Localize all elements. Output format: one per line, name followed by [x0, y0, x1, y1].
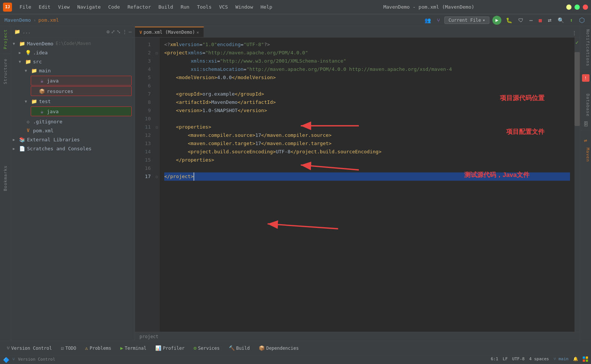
- git-status[interactable]: ⑂: [12, 357, 15, 363]
- line-num-8: 8: [135, 98, 151, 106]
- code-line-9: <version>1.0-SNAPSHOT</version>: [164, 106, 570, 115]
- breadcrumb-project[interactable]: MavenDemo: [4, 17, 31, 23]
- menu-code[interactable]: Code: [105, 3, 123, 10]
- bottom-tab-terminal[interactable]: ▶ Terminal: [117, 344, 150, 352]
- menu-help[interactable]: Help: [258, 3, 275, 10]
- bottom-tab-dependencies[interactable]: 📦 Dependencies: [255, 344, 303, 352]
- run-selector-arrow: ▾: [483, 18, 485, 23]
- bottom-tab-profiler[interactable]: 📊 Profiler: [152, 344, 188, 352]
- tree-item-ext-libs[interactable]: ▶ 📚 External Libraries: [11, 135, 135, 144]
- close-button[interactable]: [583, 4, 588, 10]
- editor-tabs: V pom.xml (MavenDemo) ✕ ⋮: [135, 26, 580, 37]
- line-numbers: 1 2 3 4 5 6 7 8 9 10 11 12 13 14 15 16 1…: [135, 37, 154, 332]
- git-icon[interactable]: ⑂: [435, 16, 441, 24]
- tree-item-test[interactable]: ▼ 📁 test: [11, 97, 135, 106]
- database-label[interactable]: Database: [580, 91, 591, 120]
- scroll-thumb[interactable]: [574, 52, 580, 126]
- menu-view[interactable]: View: [55, 3, 73, 10]
- line-ending[interactable]: LF: [503, 357, 508, 363]
- tree-item-resources[interactable]: 📦 resources: [31, 87, 131, 96]
- line-num-17: 17: [135, 172, 151, 181]
- resources-icon: 📦: [39, 88, 45, 94]
- code-content[interactable]: <?xml version="1.0" encoding="UTF-8"?> <…: [160, 37, 574, 332]
- svg-rect-7: [586, 360, 588, 362]
- tree-item-src[interactable]: ▼ 📁 src: [11, 57, 135, 66]
- indent-info[interactable]: 4 spaces: [529, 357, 549, 363]
- tab-close-icon[interactable]: ✕: [196, 30, 199, 35]
- search-everywhere[interactable]: 🔍: [556, 16, 566, 24]
- bottom-tab-version-control[interactable]: ⑂ Version Control: [3, 344, 56, 352]
- tree-item-main[interactable]: ▼ 📁 main: [11, 66, 135, 75]
- arrow-icon: ▼: [25, 99, 31, 103]
- menu-run[interactable]: Run: [178, 3, 192, 10]
- translate-icon[interactable]: ⇄: [546, 16, 553, 24]
- cursor-position[interactable]: 6:1: [491, 357, 498, 363]
- maven-icon[interactable]: ⇌: [580, 136, 591, 145]
- breadcrumb-file[interactable]: pom.xml: [38, 17, 59, 23]
- tab-actions[interactable]: ⋮: [569, 28, 580, 37]
- run-button[interactable]: ▶: [492, 16, 501, 25]
- bookmarks-panel-label[interactable]: Bookmarks: [2, 162, 9, 194]
- status-right: 6:1 LF UTF-8 4 spaces ⑂ main 🔔: [491, 357, 588, 363]
- tab-pom-xml[interactable]: V pom.xml (MavenDemo) ✕: [135, 27, 204, 37]
- bottom-tab-services[interactable]: ⚙ Services: [190, 344, 224, 352]
- expand-icon[interactable]: ⤢: [111, 29, 115, 34]
- menu-tools[interactable]: Tools: [194, 3, 214, 10]
- debug-button[interactable]: 🐛: [504, 16, 514, 24]
- code-line-14: <project.build.sourceEncoding>UTF-8</pro…: [164, 148, 570, 156]
- tree-item-pom[interactable]: V pom.xml: [11, 126, 135, 135]
- right-sidebar: Notifications ! Database 🗄 ⇌ Maven: [580, 26, 591, 341]
- scroll-gutter[interactable]: ✓: [574, 37, 580, 332]
- menu-navigate[interactable]: Navigate: [74, 3, 104, 10]
- maximize-button[interactable]: [574, 4, 580, 10]
- more-icon[interactable]: ⋮: [122, 29, 127, 34]
- menu-refactor[interactable]: Refactor: [124, 3, 154, 10]
- tree-item-java-test[interactable]: ☕ java: [31, 107, 131, 116]
- more-run-options[interactable]: ⋯: [528, 16, 534, 24]
- encoding[interactable]: UTF-8: [512, 357, 525, 363]
- coverage-button[interactable]: 🛡: [517, 16, 525, 24]
- menu-window[interactable]: Window: [232, 3, 256, 10]
- maven-label[interactable]: Maven: [580, 145, 591, 165]
- java-test-box: ☕ java: [31, 106, 132, 116]
- menu-build[interactable]: Build: [156, 3, 176, 10]
- bottom-tab-problems[interactable]: ⚠ Problems: [81, 344, 115, 352]
- stop-button[interactable]: ■: [537, 16, 543, 24]
- menu-edit[interactable]: Edit: [36, 3, 53, 10]
- notifications-label[interactable]: Notifications: [580, 26, 591, 69]
- code-line-11: <properties>: [164, 123, 570, 131]
- bottom-toolbar: ⑂ Version Control ☑ TODO ⚠ Problems ▶ Te…: [0, 341, 591, 355]
- svg-rect-4: [583, 357, 585, 359]
- tree-item-gitignore[interactable]: ◇ .gitignore: [11, 117, 135, 126]
- fold-gutter: ⊡ ⊡ ⊡: [154, 37, 160, 332]
- bottom-tab-build[interactable]: 🔨 Build: [225, 344, 254, 352]
- bottom-tab-todo[interactable]: ☑ TODO: [57, 344, 80, 352]
- tree-item-mavandemo[interactable]: ▼ 📁 MavenDemo E:\Code\Maven: [11, 39, 135, 48]
- panel-close-icon[interactable]: –: [129, 29, 132, 34]
- folder-icon: 📁: [19, 40, 26, 47]
- more-actions[interactable]: ⬡: [578, 15, 586, 25]
- structure-panel-label[interactable]: Structure: [2, 55, 9, 87]
- error-icon[interactable]: !: [582, 74, 590, 82]
- tree-item-scratches[interactable]: ▶ 📄 Scratches and Consoles: [11, 144, 135, 153]
- minimize-button[interactable]: [566, 4, 572, 10]
- code-line-1: <?xml version="1.0" encoding="UTF-8"?>: [164, 40, 570, 49]
- code-line-17: </project>: [164, 172, 570, 181]
- notifications-count[interactable]: 🔔: [573, 357, 578, 363]
- menu-vcs[interactable]: VCS: [216, 3, 231, 10]
- users-icon[interactable]: 👥: [423, 16, 432, 24]
- tree-item-java-main[interactable]: ☕ java: [31, 76, 131, 85]
- settings-icon[interactable]: ⚙: [106, 29, 110, 34]
- code-line-8: <artifactId>MavenDemo</artifactId>: [164, 98, 570, 106]
- menu-file[interactable]: File: [16, 3, 34, 10]
- hide-icon[interactable]: ⤡: [117, 29, 121, 34]
- git-label[interactable]: Version Control: [18, 357, 55, 363]
- tree-item-idea[interactable]: ▶ 💡 .idea: [11, 48, 135, 57]
- arrow-icon: ▶: [13, 147, 19, 151]
- run-selector[interactable]: Current File ▾: [444, 16, 489, 24]
- update-icon[interactable]: ⬆: [568, 16, 574, 24]
- branch-icon[interactable]: ⑂ main: [554, 357, 568, 363]
- database-icon[interactable]: 🗄: [580, 120, 591, 129]
- project-panel-label[interactable]: Project: [2, 26, 9, 52]
- code-editor[interactable]: 1 2 3 4 5 6 7 8 9 10 11 12 13 14 15 16 1…: [135, 37, 580, 332]
